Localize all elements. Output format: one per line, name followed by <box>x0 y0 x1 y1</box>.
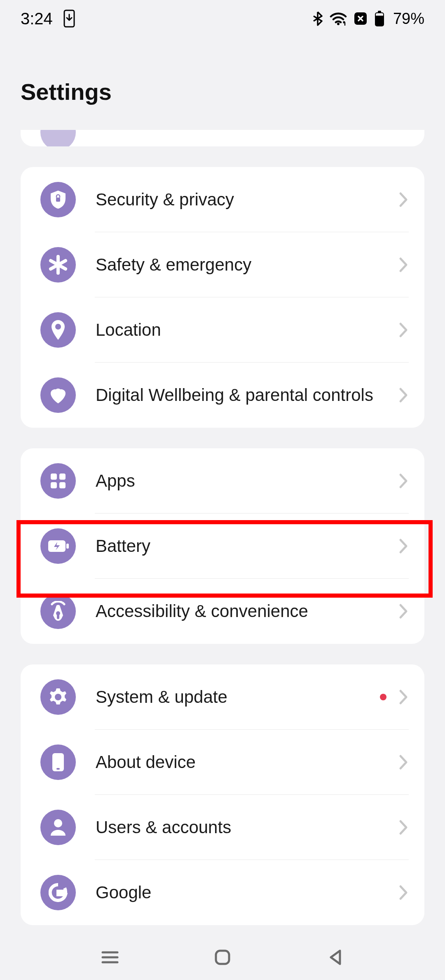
chevron-right-icon <box>398 688 409 706</box>
svg-point-21 <box>54 819 62 827</box>
apps-icon <box>40 463 76 499</box>
shield-icon <box>40 182 76 217</box>
battery-icon <box>40 528 76 564</box>
settings-row-safety-emergency[interactable]: Safety & emergency <box>21 232 424 297</box>
settings-group: Security & privacySafety & emergencyLoca… <box>21 167 424 428</box>
svg-rect-10 <box>51 474 57 480</box>
google-icon <box>40 875 76 910</box>
location-icon <box>40 312 76 348</box>
row-label: Location <box>96 319 398 342</box>
row-label: Safety & emergency <box>96 254 398 276</box>
svg-rect-13 <box>59 482 66 488</box>
battery-percentage: 79% <box>393 10 424 28</box>
status-bar: 3:24 79% <box>0 0 445 37</box>
row-label: Users & accounts <box>96 816 398 839</box>
row-label: Digital Wellbeing & parental controls <box>96 384 398 407</box>
svg-rect-7 <box>56 198 60 202</box>
card-partial <box>21 130 424 146</box>
row-label: Battery <box>96 535 398 558</box>
nav-recent-button[interactable] <box>98 945 122 970</box>
download-icon <box>63 9 76 28</box>
battery-icon <box>374 10 385 27</box>
svg-rect-25 <box>216 951 229 964</box>
settings-row-apps[interactable]: Apps <box>21 448 424 514</box>
svg-point-1 <box>337 23 340 25</box>
settings-row-about-device[interactable]: About device <box>21 730 424 795</box>
settings-group: AppsBatteryAccessibility & convenience <box>21 448 424 644</box>
svg-point-8 <box>55 324 61 330</box>
blocked-icon <box>354 12 368 26</box>
row-label: Security & privacy <box>96 188 398 211</box>
row-label: Accessibility & convenience <box>96 600 398 623</box>
row-label: Apps <box>96 470 398 492</box>
row-label: System & update <box>96 686 380 709</box>
settings-group: System & updateAbout deviceUsers & accou… <box>21 664 424 925</box>
heart-icon <box>40 377 76 413</box>
row-label: Google <box>96 881 398 904</box>
accessibility-icon <box>40 594 76 629</box>
chevron-right-icon <box>398 386 409 404</box>
settings-row-security-privacy[interactable]: Security & privacy <box>21 167 424 232</box>
svg-rect-20 <box>56 768 60 770</box>
chevron-right-icon <box>398 884 409 901</box>
chevron-right-icon <box>398 321 409 339</box>
settings-row-battery[interactable]: Battery <box>21 514 424 579</box>
wifi-icon <box>330 12 347 26</box>
svg-point-18 <box>55 694 61 700</box>
page-title: Settings <box>21 78 424 105</box>
asterisk-icon <box>40 247 76 283</box>
gear-icon <box>40 679 76 715</box>
phone-icon <box>40 744 76 780</box>
settings-row-digital-wellbeing[interactable]: Digital Wellbeing & parental controls <box>21 363 424 428</box>
row-label: About device <box>96 751 398 774</box>
bluetooth-icon <box>312 10 323 27</box>
header: Settings <box>0 37 445 130</box>
settings-list: Security & privacySafety & emergencyLoca… <box>0 130 445 925</box>
notification-dot <box>380 694 386 700</box>
nav-back-button[interactable] <box>323 945 347 970</box>
svg-rect-15 <box>66 544 69 549</box>
chevron-right-icon <box>398 603 409 620</box>
chevron-right-icon <box>398 191 409 208</box>
settings-row-system-update[interactable]: System & update <box>21 664 424 730</box>
navigation-bar <box>0 935 445 980</box>
svg-rect-12 <box>51 482 57 488</box>
person-icon <box>40 810 76 845</box>
chevron-right-icon <box>398 537 409 555</box>
chevron-right-icon <box>398 472 409 490</box>
chevron-right-icon <box>398 754 409 771</box>
settings-row-location[interactable]: Location <box>21 297 424 363</box>
svg-rect-17 <box>57 613 59 619</box>
chevron-right-icon <box>398 256 409 273</box>
settings-row-accessibility[interactable]: Accessibility & convenience <box>21 579 424 644</box>
settings-row-users-accounts[interactable]: Users & accounts <box>21 795 424 860</box>
chevron-right-icon <box>398 819 409 836</box>
svg-rect-11 <box>59 474 66 480</box>
status-time: 3:24 <box>21 9 53 28</box>
settings-row-google[interactable]: Google <box>21 860 424 925</box>
nav-home-button[interactable] <box>210 945 235 970</box>
